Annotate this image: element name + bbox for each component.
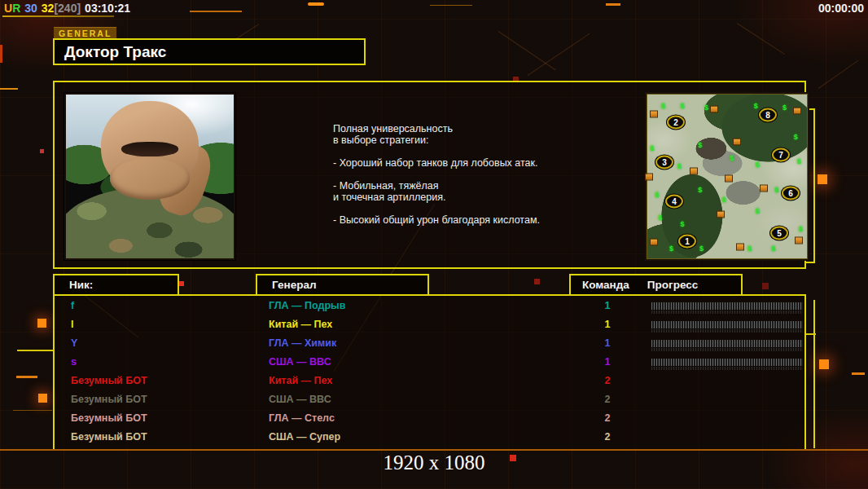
general-title-box: Доктор Тракс [53, 38, 366, 65]
player-row: Y ГЛА — Химик 1 [55, 335, 804, 354]
hex-line-decor [737, 23, 785, 55]
general-title: Доктор Тракс [64, 43, 166, 61]
player-general: ГЛА — Химик [269, 337, 336, 349]
player-general: Китай — Пех [269, 375, 332, 386]
hex-line-decor [498, 31, 556, 70]
match-info: UR3032[240]03:10:21 [4, 2, 130, 15]
loading-screen: UR3032[240]03:10:21 00:00:00 GENERAL Док… [0, 0, 868, 489]
general-tab-label: GENERAL [54, 27, 116, 39]
decor-bracket [813, 108, 815, 263]
map-building-icon [795, 236, 803, 244]
map-building-icon [760, 184, 768, 192]
map-money-icon: $ [799, 225, 803, 233]
map-money-icon: $ [797, 157, 801, 165]
progress-bar [651, 321, 803, 328]
map-building-icon [650, 238, 658, 245]
decor-line [0, 88, 18, 90]
map-money-icon: $ [655, 191, 659, 199]
player-team: 1 [598, 319, 616, 330]
player-row: s США — ВВС 1 [55, 354, 804, 372]
map-start-position: 7 [772, 148, 790, 161]
decor-line [190, 11, 242, 12]
portrait-face-wrap [110, 156, 191, 199]
map-start-position: 6 [782, 187, 800, 200]
player-team: 1 [598, 337, 616, 349]
decor-line [16, 376, 37, 378]
map-money-icon: $ [756, 207, 760, 215]
player-name: s [71, 356, 77, 368]
player-general: США — ВВС [269, 356, 331, 368]
decor-dash [606, 3, 620, 6]
decor-line [0, 45, 2, 63]
map-building-icon [650, 111, 658, 118]
map-building-icon [690, 168, 698, 175]
map-building-icon [793, 108, 801, 115]
player-name: Безумный БОТ [71, 431, 147, 443]
map-money-icon: $ [756, 161, 760, 169]
player-name: Безумный БОТ [71, 394, 147, 405]
map-building-icon [710, 106, 718, 113]
map-money-icon: $ [698, 186, 702, 194]
player-name: Y [71, 337, 77, 349]
player-general: США — ВВС [269, 394, 331, 405]
column-header-general-label: Генерал [272, 279, 316, 291]
map-money-icon: $ [794, 133, 798, 141]
decor-dash [852, 372, 865, 375]
decor-square [818, 174, 827, 184]
match-info-token: [240] [54, 2, 81, 15]
map-money-icon: $ [658, 214, 662, 222]
decor-square [534, 279, 540, 284]
column-header-team-label: Команда [582, 279, 629, 291]
map-building-icon [733, 139, 741, 146]
map-building-icon [645, 173, 653, 180]
player-row: Безумный БОТ США — Супер 2 [55, 429, 804, 447]
map-start-position: 2 [667, 115, 685, 129]
player-name: Безумный БОТ [71, 412, 147, 424]
decor-square [819, 359, 829, 369]
player-team: 1 [598, 300, 616, 311]
general-description: Полная универсальность в выборе стратеги… [333, 123, 618, 226]
map-start-position: 8 [759, 108, 777, 121]
map-start-position: 1 [678, 234, 696, 248]
decor-line [804, 333, 816, 335]
map-money-icon: $ [650, 144, 654, 152]
decor-line [17, 350, 53, 351]
player-team: 2 [598, 375, 616, 386]
game-clock: 00:00:00 [818, 2, 864, 15]
decor-square [37, 319, 46, 328]
match-info-token: R [12, 2, 20, 15]
progress-bar [651, 340, 803, 347]
match-info-underline [2, 15, 114, 17]
match-info-token: U [4, 2, 12, 15]
map-money-icon: $ [699, 244, 704, 253]
hex-line-decor [528, 33, 590, 76]
column-header-nick-label: Ник: [69, 279, 93, 291]
decor-square [38, 394, 47, 403]
decor-bracket [806, 262, 814, 263]
minimap: $$$$$$$$$$$$$$$$$$$$$$$$12345678 [647, 94, 808, 259]
map-building-icon [725, 174, 733, 182]
map-money-icon: $ [771, 244, 775, 253]
map-money-icon: $ [677, 162, 682, 170]
map-money-icon: $ [722, 196, 726, 204]
map-money-icon: $ [704, 104, 708, 112]
match-info-token: 03:10:21 [85, 2, 130, 15]
players-table: f ГЛА — Подрыв 1 l Китай — Пех 1 Y ГЛА —… [53, 294, 806, 451]
map-building-icon [717, 210, 725, 218]
player-team: 2 [598, 412, 616, 424]
player-team: 2 [598, 431, 616, 443]
column-header-progress-label: Прогресс [647, 279, 698, 291]
player-row: Безумный БОТ ГЛА — Стелс 2 [55, 410, 804, 429]
player-row: l Китай — Пех 1 [55, 316, 804, 335]
match-info-token: 32 [42, 2, 55, 15]
map-money-icon: $ [774, 186, 778, 194]
player-name: Безумный БОТ [71, 375, 147, 386]
map-money-icon: $ [681, 102, 685, 110]
map-money-icon: $ [747, 244, 752, 253]
decor-bracket [813, 300, 815, 448]
player-general: США — Супер [269, 431, 340, 443]
map-money-icon: $ [669, 244, 673, 253]
decor-line [13, 410, 52, 411]
decor-square [40, 149, 44, 153]
decor-dash [308, 2, 324, 6]
